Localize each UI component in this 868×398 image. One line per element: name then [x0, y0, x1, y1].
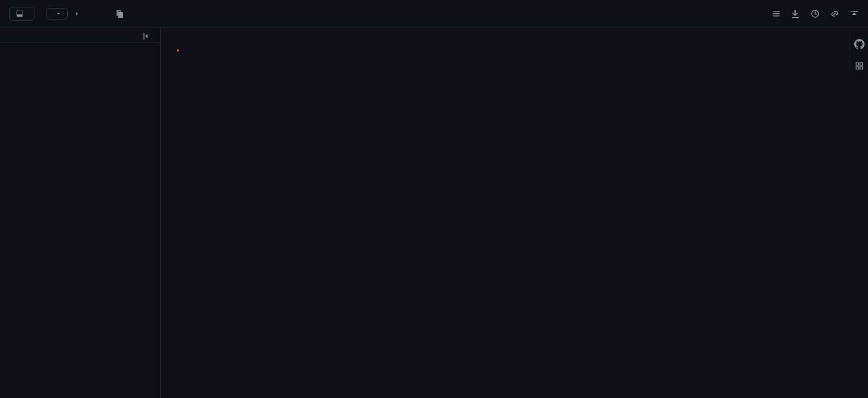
menu-icon[interactable]	[772, 9, 781, 18]
download-icon[interactable]	[791, 9, 800, 18]
repo-icon	[16, 10, 24, 18]
repo-badge[interactable]	[9, 7, 34, 21]
main	[0, 28, 868, 398]
chevron-down-icon	[56, 11, 61, 17]
chevron-right-icon	[73, 10, 80, 17]
breadcrumb	[73, 9, 124, 18]
extension-icon[interactable]	[854, 61, 865, 71]
history-icon[interactable]	[811, 9, 820, 18]
sidebar	[0, 28, 161, 398]
right-rail	[850, 28, 868, 71]
sidebar-tabs	[0, 30, 160, 43]
link-icon[interactable]	[830, 9, 839, 18]
copy-icon[interactable]	[115, 9, 124, 18]
file-tree	[0, 43, 160, 52]
branch-selector[interactable]	[46, 8, 68, 19]
line-number-gutter	[161, 28, 177, 398]
code-content[interactable]	[177, 28, 204, 398]
highlight-annotation	[177, 49, 179, 52]
code-area[interactable]	[161, 28, 868, 398]
github-icon[interactable]	[854, 39, 865, 49]
collapse-sidebar-icon[interactable]	[142, 32, 151, 41]
collapse-up-icon[interactable]	[850, 9, 859, 18]
topbar	[0, 0, 868, 28]
topbar-actions	[772, 9, 859, 18]
